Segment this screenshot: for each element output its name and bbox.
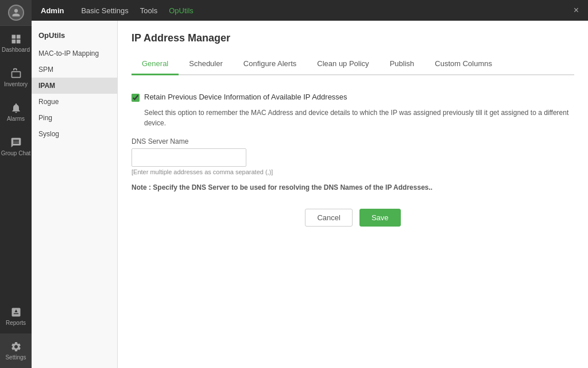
- retain-checkbox-label[interactable]: Retain Previous Device Information of Av…: [144, 93, 347, 101]
- left-nav-item-ipam[interactable]: IPAM: [32, 78, 117, 94]
- sidebar-item-inventory-label: Inventory: [4, 81, 28, 87]
- checkbox-row: Retain Previous Device Information of Av…: [131, 93, 574, 102]
- main-content: OpUtils MAC-to-IP Mapping SPM IPAM Rogue…: [32, 21, 588, 368]
- form-section: Retain Previous Device Information of Av…: [131, 87, 574, 232]
- left-nav-item-syslog[interactable]: Syslog: [32, 126, 117, 142]
- topbar: Admin Basic Settings Tools OpUtils ×: [32, 0, 588, 21]
- note-content: Specify the DNS Server to be used for re…: [153, 183, 432, 191]
- left-nav-item-ping[interactable]: Ping: [32, 110, 117, 126]
- left-nav-item-rogue[interactable]: Rogue: [32, 94, 117, 110]
- button-row: Cancel Save: [131, 209, 574, 227]
- close-button[interactable]: ×: [574, 5, 579, 16]
- dns-input-hint: [Enter multiple addresses as comma separ…: [131, 168, 574, 175]
- topbar-nav-oputils[interactable]: OpUtils: [169, 6, 194, 15]
- sidebar-item-reports-label: Reports: [6, 320, 26, 326]
- sidebar-item-reports[interactable]: Reports: [0, 299, 32, 334]
- tab-configure-alerts[interactable]: Configure Alerts: [233, 53, 307, 75]
- tab-publish[interactable]: Publish: [380, 53, 425, 75]
- sidebar-item-alarms-label: Alarms: [7, 116, 25, 122]
- dns-server-input[interactable]: [131, 148, 246, 167]
- sidebar-item-settings[interactable]: Settings: [0, 334, 32, 368]
- retain-checkbox[interactable]: [131, 94, 140, 102]
- sidebar-item-settings-label: Settings: [5, 354, 26, 361]
- avatar-container: [0, 0, 32, 26]
- topbar-nav-basic-settings[interactable]: Basic Settings: [81, 6, 128, 15]
- avatar: [8, 5, 24, 21]
- sidebar-item-dashboard[interactable]: Dashboard: [0, 26, 32, 60]
- dns-field-label: DNS Server Name: [131, 137, 574, 145]
- tab-custom-columns[interactable]: Custom Columns: [424, 53, 502, 75]
- sidebar-item-inventory[interactable]: Inventory: [0, 60, 32, 95]
- sidebar-item-alarms[interactable]: Alarms: [0, 95, 32, 129]
- tab-cleanup-policy[interactable]: Clean up Policy: [307, 53, 379, 75]
- tab-scheduler[interactable]: Scheduler: [179, 53, 233, 75]
- tabs: General Scheduler Configure Alerts Clean…: [131, 53, 574, 75]
- checkbox-description: Select this option to remember the MAC A…: [144, 108, 574, 128]
- note-text: Note : Specify the DNS Server to be used…: [131, 183, 574, 191]
- left-nav-title: OpUtils: [32, 26, 117, 45]
- page-title: IP Address Manager: [131, 32, 574, 44]
- page-content: IP Address Manager General Scheduler Con…: [118, 21, 588, 368]
- sidebar-item-groupchat-label: Group Chat: [1, 150, 31, 156]
- topbar-nav-tools[interactable]: Tools: [140, 6, 157, 15]
- cancel-button[interactable]: Cancel: [305, 209, 352, 227]
- left-nav-item-mac[interactable]: MAC-to-IP Mapping: [32, 45, 117, 62]
- sidebar-item-groupchat[interactable]: Group Chat: [0, 129, 32, 164]
- sidebar-item-dashboard-label: Dashboard: [2, 47, 30, 53]
- topbar-title: Admin: [41, 6, 64, 15]
- save-button[interactable]: Save: [359, 209, 401, 227]
- left-nav: OpUtils MAC-to-IP Mapping SPM IPAM Rogue…: [32, 21, 118, 368]
- tab-general[interactable]: General: [131, 53, 179, 75]
- sidebar-bottom: Reports Settings: [0, 299, 32, 368]
- left-nav-item-spm[interactable]: SPM: [32, 62, 117, 78]
- sidebar: Dashboard Inventory Alarms Group Chat Re…: [0, 0, 32, 368]
- note-label: Note :: [131, 183, 151, 191]
